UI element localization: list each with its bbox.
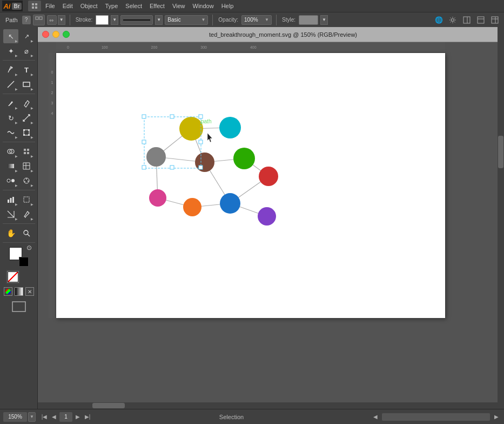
stroke-weight-arrow[interactable]: ▼ <box>155 15 163 25</box>
sel-handle-ml[interactable] <box>142 140 146 144</box>
menu-type[interactable]: Type <box>102 2 122 10</box>
gradient-mode-btn[interactable] <box>15 287 23 296</box>
pen-tool[interactable]: ▶ <box>3 63 18 77</box>
menu-view[interactable]: View <box>169 2 189 10</box>
prev-page-button[interactable]: ◀ <box>50 413 58 421</box>
scrollbar-vertical[interactable] <box>498 27 504 402</box>
eyedropper-tool[interactable]: ▶ <box>19 207 34 221</box>
node-purple[interactable] <box>258 207 276 226</box>
prop-arrow-down[interactable]: ▼ <box>58 15 65 25</box>
scale-tool[interactable]: ▶ <box>19 111 34 125</box>
column-graph-tool[interactable]: ▶ <box>3 193 18 207</box>
mode-selector[interactable]: Basic ▼ <box>165 15 208 25</box>
sel-handle-br[interactable] <box>199 165 203 169</box>
svg-point-28 <box>11 179 15 182</box>
live-paint-tool[interactable]: ▶ <box>19 144 34 158</box>
menu-help[interactable]: Help <box>218 2 237 10</box>
gradient-tool[interactable]: ▶ <box>3 159 18 173</box>
menu-object[interactable]: Object <box>77 2 101 10</box>
shape-builder-tool[interactable]: ▶ <box>3 144 18 158</box>
sel-handle-bc[interactable] <box>170 165 174 169</box>
status-right-arrow[interactable]: ▶ <box>492 413 501 421</box>
zoom-arrow[interactable]: ▼ <box>28 412 36 422</box>
network-graph[interactable]: path <box>56 53 445 318</box>
flip-h-button[interactable]: ⇔ <box>47 15 57 25</box>
opacity-selector[interactable]: 100% ▼ <box>241 15 272 25</box>
line-tool[interactable]: ▶ <box>3 77 18 91</box>
selection-tool[interactable]: ↖ ▶ <box>3 29 18 43</box>
globe-button[interactable]: 🌐 <box>433 14 445 26</box>
node-blue[interactable] <box>220 193 240 214</box>
stroke-arrow[interactable]: ▼ <box>111 15 118 25</box>
paintbrush-tool[interactable]: ▶ <box>3 96 18 110</box>
transform-options[interactable] <box>33 15 45 25</box>
help-button[interactable]: ? <box>22 16 31 24</box>
node-brown[interactable] <box>195 153 214 172</box>
page-input[interactable] <box>59 412 72 422</box>
type-tool[interactable]: T ▶ <box>19 63 34 77</box>
panel3-button[interactable] <box>489 14 501 26</box>
tool-row-10: ▶ ▶ <box>3 174 34 188</box>
first-page-button[interactable]: |◀ <box>40 413 49 421</box>
artboard-tool[interactable]: ▶ <box>19 193 34 207</box>
panel1-button[interactable] <box>461 14 473 26</box>
node-pink[interactable] <box>149 189 166 207</box>
node-orange[interactable] <box>183 198 201 216</box>
background-color[interactable] <box>19 257 29 267</box>
node-green[interactable] <box>233 148 255 169</box>
scrollbar-horizontal[interactable] <box>38 402 498 409</box>
status-left-arrow[interactable]: ◀ <box>371 413 380 421</box>
settings-button[interactable] <box>447 14 459 26</box>
sel-handle-tc[interactable] <box>170 115 174 118</box>
warp-tool[interactable]: ▶ <box>3 125 18 140</box>
rectangle-tool[interactable]: ▶ <box>19 77 34 91</box>
node-cyan[interactable] <box>219 117 241 138</box>
minimize-button[interactable] <box>52 31 59 38</box>
menu-window[interactable]: Window <box>190 2 217 10</box>
next-page-button[interactable]: ▶ <box>73 413 82 421</box>
color-mode-btn[interactable] <box>4 287 12 296</box>
menu-select[interactable]: Select <box>122 2 145 10</box>
scroll-thumb-vertical[interactable] <box>498 136 503 168</box>
menu-file[interactable]: File <box>42 2 58 10</box>
none-mode-btn[interactable]: ✕ <box>25 287 34 296</box>
maximize-button[interactable] <box>63 31 70 38</box>
zoom-input[interactable] <box>3 412 27 422</box>
reset-colors[interactable]: ⊙ <box>26 244 32 251</box>
transform-group: ⇔ ▼ <box>47 15 65 25</box>
canvas-area[interactable]: ted_breakthrough_moment.svg @ 150% (RGB/… <box>38 27 504 409</box>
magic-wand-tool[interactable]: ✦ ▶ <box>3 44 18 58</box>
menu-edit[interactable]: Edit <box>59 2 76 10</box>
tool-row-8: ▶ ▶ <box>3 144 34 158</box>
sel-handle-tl[interactable] <box>142 115 146 118</box>
scroll-thumb-horizontal[interactable] <box>92 403 125 408</box>
stroke-color-swatch[interactable] <box>96 15 109 25</box>
tool-row-1: ↖ ▶ ↗ ▶ <box>3 29 34 43</box>
zoom-tool[interactable] <box>19 226 34 240</box>
blend-tool[interactable]: ▶ <box>3 174 18 188</box>
node-gray[interactable] <box>146 147 166 167</box>
menu-effect[interactable]: Effect <box>146 2 168 10</box>
lasso-tool[interactable]: ⌀ ▶ <box>19 44 34 58</box>
hand-tool[interactable]: ✋ <box>3 226 18 240</box>
mesh-tool[interactable]: ▶ <box>19 159 34 173</box>
style-swatch[interactable] <box>299 15 318 25</box>
pencil-tool[interactable]: ▶ <box>19 96 34 110</box>
symbol-sprayer-tool[interactable]: ▶ <box>19 174 34 188</box>
free-transform-tool[interactable]: ▶ <box>19 125 34 140</box>
last-page-button[interactable]: ▶| <box>83 413 92 421</box>
style-arrow[interactable]: ▼ <box>320 15 328 25</box>
node-red[interactable] <box>259 167 278 186</box>
node-yellow[interactable] <box>179 117 203 141</box>
direct-selection-tool[interactable]: ↗ ▶ <box>19 29 34 43</box>
sel-handle-tr[interactable] <box>199 115 203 118</box>
grid-button[interactable] <box>28 1 41 11</box>
screen-mode-btn[interactable] <box>11 301 26 314</box>
sel-handle-mr[interactable] <box>199 140 203 144</box>
rotate-tool[interactable]: ↻ ▶ <box>3 111 18 125</box>
fill-none-box[interactable] <box>6 270 20 284</box>
panel2-button[interactable] <box>475 14 487 26</box>
slice-tool[interactable]: ▶ <box>3 207 18 221</box>
close-button[interactable] <box>42 31 49 38</box>
sel-handle-bl[interactable] <box>142 165 146 169</box>
